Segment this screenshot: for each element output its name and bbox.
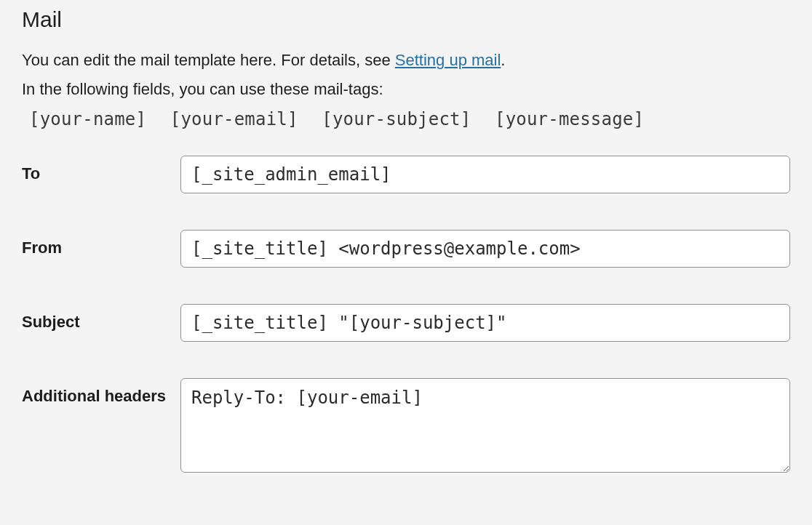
to-row: To [22,156,790,193]
subject-input[interactable] [180,304,790,342]
mail-settings-panel: Mail You can edit the mail template here… [0,7,812,497]
intro-text: You can edit the mail template here. For… [22,48,790,73]
from-label: From [22,230,180,257]
intro-prefix: You can edit the mail template here. For… [22,51,395,69]
additional-headers-row: Additional headers [22,378,790,476]
additional-headers-label: Additional headers [22,378,180,406]
mail-tag-your-name: [your-name] [29,109,146,129]
to-input[interactable] [180,156,790,193]
from-input[interactable] [180,230,790,268]
intro-text-line2: In the following fields, you can use the… [22,77,790,102]
subject-row: Subject [22,304,790,342]
intro-suffix: . [501,51,505,69]
mail-tag-your-message: [your-message] [495,109,644,129]
setting-up-mail-link[interactable]: Setting up mail [395,51,501,69]
mail-tag-your-email: [your-email] [170,109,298,129]
from-row: From [22,230,790,268]
subject-label: Subject [22,304,180,332]
additional-headers-textarea[interactable] [180,378,790,473]
to-label: To [22,156,180,183]
mail-tag-your-subject: [your-subject] [322,109,471,129]
section-title: Mail [22,7,790,32]
mail-tags-list: [your-name] [your-email] [your-subject] … [29,109,790,129]
